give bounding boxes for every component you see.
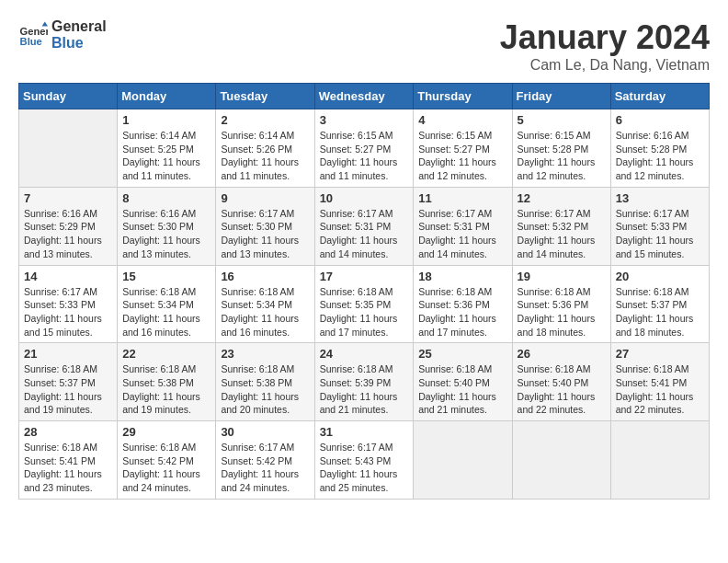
calendar-cell: 11Sunrise: 6:17 AMSunset: 5:31 PMDayligh… xyxy=(414,187,512,265)
day-info: Sunrise: 6:17 AMSunset: 5:30 PMDaylight:… xyxy=(221,207,309,261)
calendar-week-2: 7Sunrise: 6:16 AMSunset: 5:29 PMDaylight… xyxy=(19,187,710,265)
day-info: Sunrise: 6:17 AMSunset: 5:33 PMDaylight:… xyxy=(24,285,112,339)
day-info: Sunrise: 6:18 AMSunset: 5:40 PMDaylight:… xyxy=(518,362,606,417)
day-info: Sunrise: 6:17 AMSunset: 5:33 PMDaylight:… xyxy=(616,207,704,261)
day-info: Sunrise: 6:18 AMSunset: 5:34 PMDaylight:… xyxy=(122,285,210,339)
weekday-header-monday: Monday xyxy=(118,84,216,109)
day-number: 26 xyxy=(518,347,606,361)
calendar-cell: 6Sunrise: 6:16 AMSunset: 5:28 PMDaylight… xyxy=(610,109,709,188)
logo-general: General xyxy=(51,18,107,35)
calendar-cell: 29Sunrise: 6:18 AMSunset: 5:42 PMDayligh… xyxy=(118,421,216,500)
day-number: 8 xyxy=(122,191,210,205)
calendar-cell: 15Sunrise: 6:18 AMSunset: 5:34 PMDayligh… xyxy=(118,265,216,343)
day-number: 29 xyxy=(122,425,210,439)
day-info: Sunrise: 6:14 AMSunset: 5:25 PMDaylight:… xyxy=(122,129,210,183)
day-info: Sunrise: 6:17 AMSunset: 5:43 PMDaylight:… xyxy=(320,441,409,495)
calendar-cell xyxy=(19,109,118,188)
day-info: Sunrise: 6:18 AMSunset: 5:37 PMDaylight:… xyxy=(24,362,112,417)
day-number: 7 xyxy=(24,191,112,205)
calendar-cell: 14Sunrise: 6:17 AMSunset: 5:33 PMDayligh… xyxy=(19,265,118,343)
calendar-week-4: 21Sunrise: 6:18 AMSunset: 5:37 PMDayligh… xyxy=(19,343,710,421)
svg-text:Blue: Blue xyxy=(20,36,42,47)
calendar-cell: 17Sunrise: 6:18 AMSunset: 5:35 PMDayligh… xyxy=(314,265,414,343)
day-number: 16 xyxy=(221,270,309,283)
day-number: 25 xyxy=(418,347,506,361)
day-info: Sunrise: 6:14 AMSunset: 5:26 PMDaylight:… xyxy=(221,129,309,183)
calendar-cell: 24Sunrise: 6:18 AMSunset: 5:39 PMDayligh… xyxy=(314,343,414,421)
svg-marker-2 xyxy=(42,22,48,27)
calendar-cell: 4Sunrise: 6:15 AMSunset: 5:27 PMDaylight… xyxy=(414,109,512,188)
weekday-header-row: SundayMondayTuesdayWednesdayThursdayFrid… xyxy=(19,84,710,109)
svg-text:General: General xyxy=(20,26,48,37)
day-number: 27 xyxy=(616,347,704,361)
day-info: Sunrise: 6:18 AMSunset: 5:38 PMDaylight:… xyxy=(221,362,309,417)
calendar-cell: 27Sunrise: 6:18 AMSunset: 5:41 PMDayligh… xyxy=(610,343,709,421)
weekday-header-thursday: Thursday xyxy=(414,84,512,109)
day-info: Sunrise: 6:18 AMSunset: 5:39 PMDaylight:… xyxy=(320,362,409,417)
calendar-cell: 30Sunrise: 6:17 AMSunset: 5:42 PMDayligh… xyxy=(216,421,314,500)
day-number: 12 xyxy=(518,191,606,205)
day-number: 22 xyxy=(122,347,210,361)
calendar-cell: 12Sunrise: 6:17 AMSunset: 5:32 PMDayligh… xyxy=(512,187,610,265)
day-number: 11 xyxy=(418,191,506,205)
day-info: Sunrise: 6:18 AMSunset: 5:41 PMDaylight:… xyxy=(616,362,704,417)
calendar-cell: 25Sunrise: 6:18 AMSunset: 5:40 PMDayligh… xyxy=(414,343,512,421)
page-header: General Blue General Blue January 2024 C… xyxy=(18,18,710,74)
calendar-cell: 9Sunrise: 6:17 AMSunset: 5:30 PMDaylight… xyxy=(216,187,314,265)
day-number: 28 xyxy=(24,425,112,439)
calendar-cell xyxy=(610,421,709,500)
day-number: 19 xyxy=(518,270,606,283)
weekday-header-friday: Friday xyxy=(512,84,610,109)
day-info: Sunrise: 6:18 AMSunset: 5:35 PMDaylight:… xyxy=(320,285,409,339)
logo-blue: Blue xyxy=(51,35,107,52)
day-number: 10 xyxy=(320,191,409,205)
logo: General Blue General Blue xyxy=(18,18,107,52)
calendar-cell: 1Sunrise: 6:14 AMSunset: 5:25 PMDaylight… xyxy=(118,109,216,188)
day-number: 1 xyxy=(122,113,210,127)
logo-icon: General Blue xyxy=(18,20,48,50)
day-number: 9 xyxy=(221,191,309,205)
day-number: 24 xyxy=(320,347,409,361)
calendar-cell: 16Sunrise: 6:18 AMSunset: 5:34 PMDayligh… xyxy=(216,265,314,343)
calendar-cell: 23Sunrise: 6:18 AMSunset: 5:38 PMDayligh… xyxy=(216,343,314,421)
day-number: 18 xyxy=(418,270,506,283)
calendar-cell xyxy=(414,421,512,500)
calendar-table: SundayMondayTuesdayWednesdayThursdayFrid… xyxy=(18,83,710,500)
month-year-title: January 2024 xyxy=(500,18,710,57)
weekday-header-sunday: Sunday xyxy=(19,84,118,109)
calendar-cell: 19Sunrise: 6:18 AMSunset: 5:36 PMDayligh… xyxy=(512,265,610,343)
calendar-cell: 13Sunrise: 6:17 AMSunset: 5:33 PMDayligh… xyxy=(610,187,709,265)
calendar-cell: 21Sunrise: 6:18 AMSunset: 5:37 PMDayligh… xyxy=(19,343,118,421)
calendar-cell xyxy=(512,421,610,500)
day-info: Sunrise: 6:17 AMSunset: 5:42 PMDaylight:… xyxy=(221,441,309,495)
day-number: 30 xyxy=(221,425,309,439)
location-subtitle: Cam Le, Da Nang, Vietnam xyxy=(500,57,710,74)
calendar-cell: 26Sunrise: 6:18 AMSunset: 5:40 PMDayligh… xyxy=(512,343,610,421)
day-number: 3 xyxy=(320,113,409,127)
day-number: 14 xyxy=(24,270,112,283)
calendar-cell: 20Sunrise: 6:18 AMSunset: 5:37 PMDayligh… xyxy=(610,265,709,343)
day-info: Sunrise: 6:15 AMSunset: 5:27 PMDaylight:… xyxy=(320,129,409,183)
calendar-week-3: 14Sunrise: 6:17 AMSunset: 5:33 PMDayligh… xyxy=(19,265,710,343)
day-info: Sunrise: 6:16 AMSunset: 5:30 PMDaylight:… xyxy=(122,207,210,261)
day-info: Sunrise: 6:16 AMSunset: 5:29 PMDaylight:… xyxy=(24,207,112,261)
day-info: Sunrise: 6:17 AMSunset: 5:31 PMDaylight:… xyxy=(418,207,506,261)
calendar-cell: 8Sunrise: 6:16 AMSunset: 5:30 PMDaylight… xyxy=(118,187,216,265)
calendar-cell: 22Sunrise: 6:18 AMSunset: 5:38 PMDayligh… xyxy=(118,343,216,421)
weekday-header-wednesday: Wednesday xyxy=(314,84,414,109)
calendar-week-1: 1Sunrise: 6:14 AMSunset: 5:25 PMDaylight… xyxy=(19,109,710,188)
day-info: Sunrise: 6:18 AMSunset: 5:36 PMDaylight:… xyxy=(518,285,606,339)
weekday-header-saturday: Saturday xyxy=(610,84,709,109)
day-info: Sunrise: 6:17 AMSunset: 5:32 PMDaylight:… xyxy=(518,207,606,261)
day-info: Sunrise: 6:18 AMSunset: 5:36 PMDaylight:… xyxy=(418,285,506,339)
day-info: Sunrise: 6:18 AMSunset: 5:37 PMDaylight:… xyxy=(616,285,704,339)
day-number: 4 xyxy=(418,113,506,127)
day-info: Sunrise: 6:18 AMSunset: 5:38 PMDaylight:… xyxy=(122,362,210,417)
day-number: 5 xyxy=(518,113,606,127)
day-info: Sunrise: 6:18 AMSunset: 5:41 PMDaylight:… xyxy=(24,441,112,495)
day-number: 23 xyxy=(221,347,309,361)
weekday-header-tuesday: Tuesday xyxy=(216,84,314,109)
day-info: Sunrise: 6:18 AMSunset: 5:40 PMDaylight:… xyxy=(418,362,506,417)
day-number: 2 xyxy=(221,113,309,127)
day-number: 21 xyxy=(24,347,112,361)
